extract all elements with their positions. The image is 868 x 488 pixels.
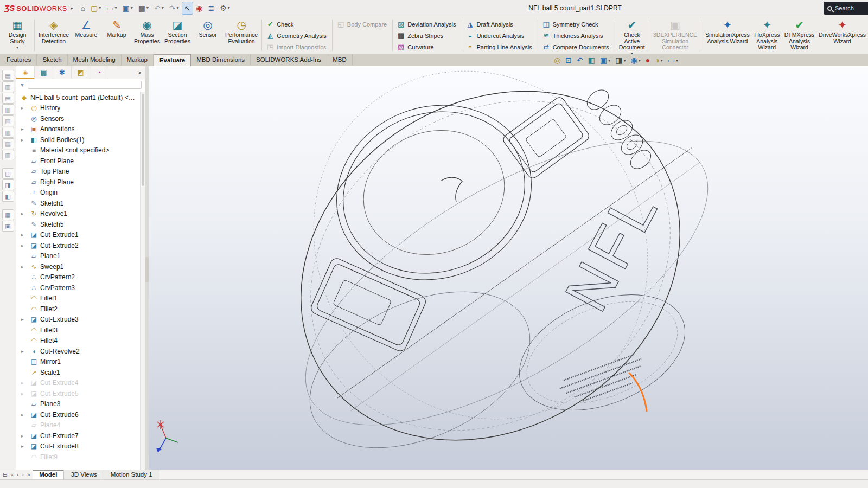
tree-item-fillet9[interactable]: ◠ Fillet9	[16, 452, 145, 463]
qa-rebuild-button[interactable]: ◉	[194, 2, 205, 14]
tab-markup[interactable]: Markup	[122, 54, 154, 66]
tab-evaluate[interactable]: Evaluate	[154, 54, 191, 66]
expand-arrow-icon[interactable]: ▸	[21, 105, 24, 111]
tree-item-mirror1[interactable]: ◫ Mirror1	[16, 357, 145, 368]
expand-arrow-icon[interactable]: ▸	[21, 380, 24, 386]
heads-up-dropdown-arrow-icon[interactable]: ▾	[676, 58, 678, 63]
tab-solidworks-add-ins[interactable]: SOLIDWORKS Add-Ins	[251, 54, 327, 66]
left-toolbar-icon-3[interactable]: ▤	[2, 93, 14, 104]
3d-views-tab[interactable]: 3D Views	[64, 470, 104, 479]
heads-up-dropdown-arrow-icon[interactable]: ▾	[608, 58, 610, 63]
tree-item-sensors[interactable]: ◎ Sensors	[16, 113, 145, 124]
tree-item-right-plane[interactable]: ▱ Right Plane	[16, 177, 145, 188]
motion-study-1-tab[interactable]: Motion Study 1	[104, 470, 159, 479]
left-toolbar-icon-7[interactable]: ▤	[2, 138, 14, 149]
compare-documents-button[interactable]: ⇄Compare Documents	[540, 41, 613, 53]
left-toolbar-icon-8[interactable]: ▥	[2, 150, 14, 160]
scroll-first-icon[interactable]: «	[10, 472, 14, 478]
left-toolbar-icon-2[interactable]: ▥	[2, 81, 14, 92]
expand-arrow-icon[interactable]: ▸	[21, 126, 24, 132]
mass-properties-button[interactable]: ◉Mass Properties	[132, 16, 162, 54]
left-toolbar-icon-4[interactable]: ▥	[2, 104, 14, 115]
zoom-fit-button[interactable]: ◎	[554, 56, 560, 64]
search-box[interactable]: Search	[824, 2, 868, 15]
qa-options-button[interactable]: ⚙ ▾	[218, 2, 232, 14]
left-toolbar-icon-9[interactable]: ◫	[2, 168, 14, 179]
floxpress-analysis-wizard-button[interactable]: ✦FloXpress Analysis Wizard	[752, 16, 782, 54]
scroll-left-icon[interactable]: ‹	[16, 472, 19, 478]
hide-show-items-button[interactable]: ◉ ▾	[631, 56, 641, 64]
qa-file-properties-button[interactable]: ≣	[206, 2, 216, 14]
qa-dropdown-arrow-icon[interactable]: ▾	[131, 5, 133, 10]
design-study-button-dropdown-arrow-icon[interactable]: ▾	[16, 45, 18, 50]
section-properties-button[interactable]: ◪Section Properties	[162, 16, 193, 54]
graphics-viewport[interactable]: NFL	[149, 66, 868, 470]
displaymanager-tab[interactable]: ◔	[90, 66, 108, 79]
tree-filter-input[interactable]	[28, 81, 142, 89]
tree-item-cut-extrude6[interactable]: ▸ ◪ Cut-Extrude6	[16, 409, 145, 420]
tree-item-revolve1[interactable]: ▸ ↻ Revolve1	[16, 209, 145, 220]
view-orientation-button[interactable]: ▣ ▾	[600, 56, 610, 64]
expand-arrow-icon[interactable]: ▸	[21, 137, 24, 143]
expand-arrow-icon[interactable]: ▸	[21, 232, 24, 237]
configurationmanager-tab[interactable]: ✱	[53, 66, 72, 79]
tree-item-plane4[interactable]: ▱ Plane4	[16, 420, 145, 431]
featuremanager-tab[interactable]: ◈	[16, 66, 35, 79]
dimxpertmanager-tab[interactable]: ◩	[72, 66, 90, 79]
tree-item-scale1[interactable]: ↗ Scale1	[16, 367, 145, 378]
qa-redo-button[interactable]: ↷ ▾	[167, 2, 181, 14]
zoom-area-button[interactable]: ⊡	[565, 56, 572, 64]
tree-item-plane3[interactable]: ▱ Plane3	[16, 399, 145, 410]
tree-item-sketch5[interactable]: ✎ Sketch5	[16, 219, 145, 230]
qa-dropdown-arrow-icon[interactable]: ▾	[99, 5, 101, 10]
scroll-last-icon[interactable]: »	[27, 472, 31, 478]
tree-item-cut-extrude2[interactable]: ▸ ◪ Cut-Extrude2	[16, 240, 145, 251]
qa-dropdown-arrow-icon[interactable]: ▾	[162, 5, 164, 10]
check-button[interactable]: ✔Check	[264, 18, 330, 30]
heads-up-dropdown-arrow-icon[interactable]: ▾	[624, 58, 626, 63]
qa-select-button[interactable]: ↖	[182, 2, 193, 14]
tab-mbd[interactable]: MBD	[327, 54, 353, 66]
logo-flyout-arrow[interactable]: ▸	[71, 5, 73, 11]
tree-item-root[interactable]: ◆ NFL ball 5 count_part1 (Default) <<De	[16, 92, 145, 103]
scroll-right-icon[interactable]: ›	[21, 472, 24, 478]
tree-item-fillet2[interactable]: ◠ Fillet2	[16, 304, 145, 314]
tree-item-cut-extrude8[interactable]: ▸ ◪ Cut-Extrude8	[16, 441, 145, 452]
simulationxpress-analysis-wizard-button[interactable]: ✦SimulationXpress Analysis Wizard	[703, 16, 752, 54]
tree-item-cut-extrude4[interactable]: ▸ ◪ Cut-Extrude4	[16, 378, 145, 389]
expand-arrow-icon[interactable]: ▸	[21, 349, 24, 354]
tree-item-fillet4[interactable]: ◠ Fillet4	[16, 336, 145, 346]
qa-save-button[interactable]: ▣ ▾	[120, 2, 135, 14]
left-toolbar-icon-10[interactable]: ◨	[2, 179, 14, 190]
tree-item-top-plane[interactable]: ▱ Top Plane	[16, 166, 145, 177]
view-settings-button[interactable]: ▭ ▾	[668, 56, 678, 64]
left-toolbar-icon-11[interactable]: ◧	[2, 191, 14, 202]
tree-item-fillet1[interactable]: ◠ Fillet1	[16, 293, 145, 304]
expand-arrow-icon[interactable]: ▸	[21, 444, 24, 449]
propertymanager-tab[interactable]: ▤	[35, 66, 53, 79]
apply-scene-button[interactable]: ◑ ▾	[655, 56, 662, 64]
tree-item-origin[interactable]: + Origin	[16, 188, 145, 198]
expand-arrow-icon[interactable]: ▸	[21, 211, 24, 216]
left-toolbar-icon-5[interactable]: ▤	[2, 115, 14, 126]
undercut-analysis-button[interactable]: ◒Undercut Analysis	[464, 30, 536, 41]
left-toolbar-icon-6[interactable]: ▥	[2, 127, 14, 138]
draft-analysis-button[interactable]: ◮Draft Analysis	[464, 18, 536, 30]
tab-features[interactable]: Features	[1, 54, 37, 66]
tree-item-solid-bodies[interactable]: ▸ ◧ Solid Bodies(1)	[16, 134, 145, 145]
left-toolbar-icon-1[interactable]: ▤	[2, 70, 14, 81]
left-toolbar-icon-13[interactable]: ▣	[2, 221, 14, 232]
tree-item-annotations[interactable]: ▸ ▣ Annotations	[16, 124, 145, 135]
curvature-button[interactable]: ▧Curvature	[394, 41, 459, 53]
expand-arrow-icon[interactable]: ▸	[21, 433, 24, 439]
section-view-button[interactable]: ◧	[588, 56, 595, 64]
geometry-analysis-button[interactable]: ◭Geometry Analysis	[264, 30, 330, 41]
tree-item-front-plane[interactable]: ▱ Front Plane	[16, 156, 145, 166]
expand-arrow-icon[interactable]: ▸	[21, 412, 24, 418]
pane-split-icon[interactable]: ⊟	[2, 472, 8, 478]
left-toolbar-icon-12[interactable]: ▦	[2, 209, 14, 220]
thickness-analysis-button[interactable]: ≋Thickness Analysis	[540, 30, 613, 41]
tree-item-plane1[interactable]: ▱ Plane1	[16, 251, 145, 262]
tree-item-fillet3[interactable]: ◠ Fillet3	[16, 325, 145, 336]
previous-view-button[interactable]: ↶	[577, 56, 583, 64]
